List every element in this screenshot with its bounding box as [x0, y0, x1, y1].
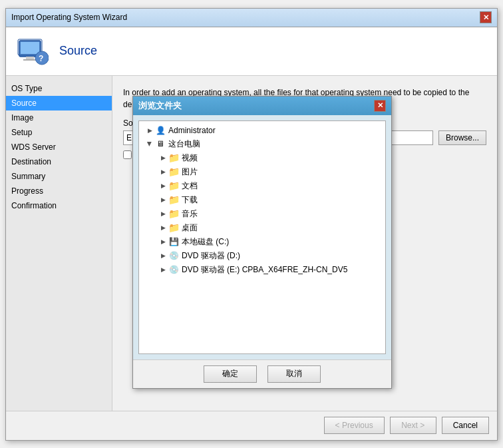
- tree-item-desktop[interactable]: ▶ 📁 桌面: [139, 221, 385, 235]
- dialog-confirm-button[interactable]: 确定: [204, 365, 257, 383]
- tree-item-music[interactable]: ▶ 📁 音乐: [139, 207, 385, 221]
- sidebar-item-destination[interactable]: Destination: [6, 154, 112, 169]
- folder-icon: 📁: [168, 180, 179, 191]
- content-area: In order to add an operating system, all…: [112, 76, 497, 411]
- tree-item-video[interactable]: ▶ 📁 视频: [139, 151, 385, 165]
- tree-label: 音乐: [182, 208, 198, 220]
- tree-arrow: ▶: [158, 236, 168, 247]
- tree-arrow: ▶: [158, 152, 168, 163]
- header-area: ? Source: [6, 27, 497, 76]
- tree-item-dvd-d[interactable]: ▶ 💿 DVD 驱动器 (D:): [139, 249, 385, 263]
- tree-label: DVD 驱动器 (E:) CPBA_X64FRE_ZH-CN_DV5: [182, 264, 347, 276]
- tree-arrow-expanded: ▶: [144, 138, 155, 149]
- tree-arrow: ▶: [158, 194, 168, 205]
- sidebar-item-wds[interactable]: WDS Server: [6, 140, 112, 154]
- svg-text:?: ?: [39, 54, 43, 63]
- folder-icon: 📁: [168, 222, 179, 233]
- tree-label: DVD 驱动器 (D:): [182, 250, 240, 262]
- dialog-footer: 确定 取消: [133, 359, 391, 388]
- sidebar-item-image[interactable]: Image: [6, 111, 112, 125]
- person-icon: 👤: [155, 125, 166, 136]
- tree-label: 桌面: [182, 222, 198, 234]
- tree-label: 这台电脑: [168, 138, 200, 150]
- svg-rect-3: [26, 57, 34, 59]
- dvd-icon-e: 💿: [168, 264, 179, 275]
- move-checkbox[interactable]: [123, 150, 132, 159]
- sidebar-item-setup[interactable]: Setup: [6, 125, 112, 140]
- tree-label: Administrator: [168, 126, 216, 135]
- window-title: Import Operating System Wizard: [11, 13, 127, 22]
- tree-arrow: ▶: [158, 166, 168, 177]
- svg-rect-1: [21, 42, 39, 54]
- folder-icon: 📁: [168, 208, 179, 219]
- dialog-body: ▶ 👤 Administrator ▶ 🖥 这台电脑: [133, 115, 391, 359]
- sidebar: OS Type Source Image Setup WDS Server De…: [6, 76, 112, 411]
- sidebar-item-summary[interactable]: Summary: [6, 169, 112, 184]
- main-area: OS Type Source Image Setup WDS Server De…: [6, 76, 497, 411]
- tree-label: 视频: [182, 152, 198, 164]
- page-title: Source: [59, 44, 97, 58]
- tree-item-documents[interactable]: ▶ 📁 文档: [139, 179, 385, 193]
- tree-arrow: ▶: [158, 264, 168, 275]
- browse-folder-dialog: 浏览文件夹 ✕ ▶ 👤 Administrator: [132, 96, 392, 389]
- dialog-cancel-button[interactable]: 取消: [267, 365, 321, 383]
- wizard-icon: ?: [17, 35, 49, 67]
- dvd-icon: 💿: [168, 250, 179, 261]
- sidebar-item-ostype[interactable]: OS Type: [6, 81, 112, 96]
- window-close-button[interactable]: ✕: [480, 11, 492, 23]
- disk-icon: 💾: [168, 236, 179, 247]
- tree-arrow: ▶: [158, 222, 168, 233]
- tree-arrow: ▶: [158, 250, 168, 261]
- tree-item-downloads[interactable]: ▶ 📁 下载: [139, 193, 385, 207]
- sidebar-item-source[interactable]: Source: [6, 96, 112, 111]
- folder-icon: 📁: [168, 166, 179, 177]
- tree-item-administrator[interactable]: ▶ 👤 Administrator: [139, 124, 385, 137]
- svg-rect-4: [23, 59, 37, 61]
- dialog-close-button[interactable]: ✕: [374, 100, 386, 112]
- title-bar: Import Operating System Wizard ✕: [6, 9, 497, 27]
- tree-item-local-disk-c[interactable]: ▶ 💾 本地磁盘 (C:): [139, 235, 385, 249]
- tree-label: 本地磁盘 (C:): [182, 236, 229, 248]
- sidebar-item-progress[interactable]: Progress: [6, 184, 112, 198]
- bottom-bar: < Previous Next > Cancel: [6, 411, 497, 440]
- main-window: Import Operating System Wizard ✕ ? Sourc…: [5, 8, 498, 441]
- tree-label: 文档: [182, 180, 198, 192]
- dialog-title-bar: 浏览文件夹 ✕: [133, 97, 391, 115]
- folder-icon: 📁: [168, 152, 179, 163]
- next-button[interactable]: Next >: [390, 417, 436, 434]
- tree-item-pictures[interactable]: ▶ 📁 图片: [139, 165, 385, 179]
- cancel-button[interactable]: Cancel: [442, 417, 489, 434]
- tree-arrow: ▶: [158, 180, 168, 191]
- sidebar-item-confirmation[interactable]: Confirmation: [6, 198, 112, 213]
- tree-arrow: ▶: [158, 208, 168, 219]
- browse-button[interactable]: Browse...: [438, 130, 486, 145]
- dialog-title: 浏览文件夹: [138, 100, 182, 112]
- prev-button[interactable]: < Previous: [324, 417, 385, 434]
- window-content: ? Source OS Type Source Image Setup WDS …: [6, 27, 497, 440]
- computer-icon: 🖥: [155, 138, 166, 149]
- tree-item-thispc[interactable]: ▶ 🖥 这台电脑: [139, 137, 385, 151]
- folder-icon: 📁: [168, 194, 179, 205]
- tree-label: 下载: [182, 194, 198, 206]
- tree-item-dvd-e[interactable]: ▶ 💿 DVD 驱动器 (E:) CPBA_X64FRE_ZH-CN_DV5: [139, 263, 385, 277]
- file-tree[interactable]: ▶ 👤 Administrator ▶ 🖥 这台电脑: [138, 120, 386, 354]
- tree-arrow: ▶: [144, 125, 155, 136]
- tree-label: 图片: [182, 166, 198, 178]
